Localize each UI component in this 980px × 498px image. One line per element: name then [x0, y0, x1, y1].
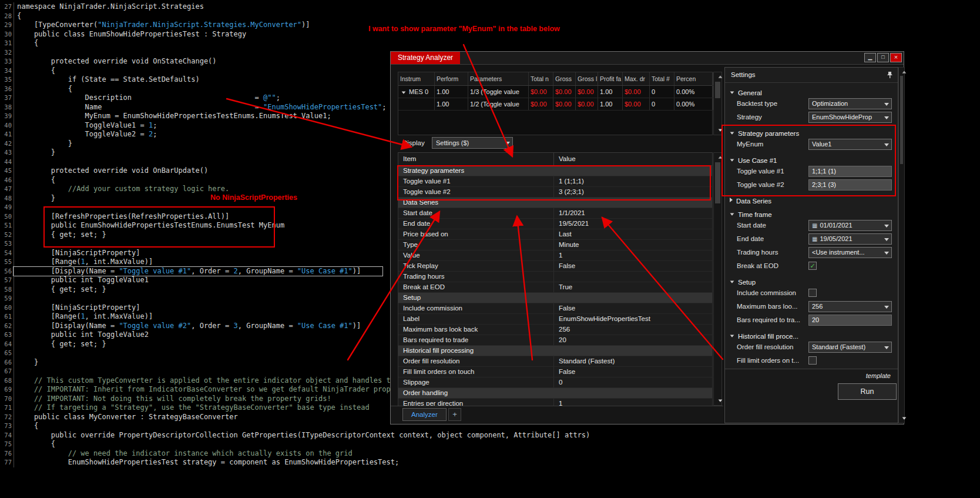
group-label: Strategy parameters	[738, 130, 799, 137]
property-table-scrollbar[interactable]	[713, 152, 722, 406]
code-text: }	[14, 139, 72, 149]
results-scrollbar[interactable]	[713, 72, 722, 135]
property-row[interactable]: Start date1/1/2021	[398, 208, 712, 219]
property-row[interactable]: Value1	[398, 250, 712, 261]
settings-row: Order fill resolutionStandard (Fastest)	[725, 340, 898, 354]
property-row[interactable]: Toggle value #11 (1;1;1)	[398, 176, 712, 187]
chevron-down-icon	[730, 91, 734, 93]
display-row: Display Settings ($)	[398, 136, 713, 149]
results-column-header[interactable]: Perform	[435, 72, 468, 85]
collapse-arrow-icon[interactable]	[402, 91, 406, 93]
property-row[interactable]: Order fill resolutionStandard (Fastest)	[398, 356, 712, 367]
tab-analyzer[interactable]: Analyzer	[402, 408, 447, 421]
line-number: 76	[0, 449, 12, 459]
property-group-row[interactable]: Setup	[398, 293, 712, 303]
property-row[interactable]: Tick ReplayFalse	[398, 261, 712, 272]
pin-icon[interactable]	[887, 71, 893, 79]
setting-label: Include commission	[737, 289, 796, 296]
combo-start-date[interactable]: ▦01/01/2021	[808, 220, 892, 231]
property-row[interactable]: Trading hours	[398, 272, 712, 282]
display-dropdown[interactable]: Settings ($)	[432, 137, 513, 149]
settings-group-use-case-1[interactable]: Use Case #1	[725, 151, 898, 165]
property-row[interactable]: Toggle value #23 (2;3;1)	[398, 187, 712, 198]
property-row[interactable]: TypeMinute	[398, 240, 712, 250]
checkbox-break-at-eod[interactable]: ✓	[808, 262, 817, 270]
property-group-row[interactable]: Strategy parameters	[398, 166, 712, 176]
combo-trading-hours[interactable]: <Use instrument...	[808, 247, 892, 258]
results-cell: $0.00	[576, 86, 598, 98]
scrollbar-thumb[interactable]	[715, 162, 720, 203]
property-row[interactable]: Maximum bars look back256	[398, 325, 712, 335]
code-text: Name = "EnumShowHidePropertiesTest";	[14, 103, 387, 112]
close-button[interactable]: ×	[890, 53, 902, 62]
code-text: namespace NinjaTrader.NinjaScript.Strate…	[14, 2, 204, 12]
input-toggle-value-2[interactable]: 2;3;1 (3)	[808, 179, 892, 190]
combo-strategy[interactable]: EnumShowHideProp	[808, 112, 892, 123]
line-number: 39	[0, 112, 12, 121]
scroll-up-icon	[718, 75, 722, 78]
results-row[interactable]: 1.001/2 (Toggle value$0.00$0.00$0.001.00…	[398, 98, 712, 111]
minimize-button[interactable]: ▁	[864, 53, 876, 62]
code-text: {	[14, 176, 55, 185]
chevron-down-icon	[730, 159, 734, 161]
line-number: 51	[0, 221, 12, 230]
line-number: 65	[0, 349, 12, 358]
property-value: 20	[554, 335, 712, 345]
results-row[interactable]: MES 01.001/3 (Toggle value$0.00$0.00$0.0…	[398, 86, 712, 98]
results-column-header[interactable]: Profit fa	[598, 72, 623, 85]
settings-group-time-frame[interactable]: Time frame	[725, 205, 898, 219]
code-text: // we need the indicator instance which …	[14, 449, 353, 459]
scrollbar-thumb[interactable]	[900, 76, 903, 164]
settings-group-general[interactable]: General	[725, 83, 898, 97]
property-row[interactable]: LabelEnumShowHidePropertiesTest	[398, 314, 712, 325]
property-group-row[interactable]: Data Series	[398, 198, 712, 208]
combo-order-fill-resolution[interactable]: Standard (Fastest)	[808, 342, 892, 353]
line-number: 33	[0, 57, 12, 66]
combo-maximum-bars-loo[interactable]: 256	[808, 301, 892, 312]
settings-group-strategy-parameters[interactable]: Strategy parameters	[725, 124, 898, 138]
property-name: Bars required to trade	[398, 335, 554, 345]
combo-backtest-type[interactable]: Optimization	[808, 98, 892, 109]
checkbox-include-commission[interactable]	[808, 289, 817, 297]
property-row[interactable]: Fill limit orders on touchFalse	[398, 367, 712, 377]
combo-myenum[interactable]: Value1	[808, 139, 892, 150]
code-text: [Display(Name = "Toggle value #1", Order…	[14, 267, 382, 276]
input-toggle-value-1[interactable]: 1;1;1 (1)	[808, 166, 892, 177]
property-row[interactable]: Price based onLast	[398, 229, 712, 240]
property-value	[554, 272, 712, 282]
property-row[interactable]: Include commissionFalse	[398, 303, 712, 314]
results-column-header[interactable]: Gross	[553, 72, 576, 85]
settings-row: Backtest typeOptimization	[725, 97, 898, 111]
checkbox-fill-limit-orders-on-t[interactable]	[808, 356, 817, 365]
value-column-header[interactable]: Value	[554, 153, 576, 165]
combo-end-date[interactable]: ▦19/05/2021	[808, 233, 892, 245]
results-column-header[interactable]: Total n	[529, 72, 553, 85]
property-row[interactable]: End date19/5/2021	[398, 219, 712, 229]
settings-scrollbar[interactable]	[898, 67, 905, 423]
results-column-header[interactable]: Gross l	[576, 72, 598, 85]
results-column-header[interactable]: Instrum	[398, 72, 435, 85]
results-column-header[interactable]: Max. dr	[623, 72, 650, 85]
display-dropdown-value: Settings ($)	[436, 139, 469, 146]
input-bars-required-to-tra[interactable]: 20	[808, 315, 892, 326]
run-button[interactable]: Run	[838, 383, 897, 400]
item-column-header[interactable]: Item	[398, 153, 554, 165]
line-number: 66	[0, 358, 12, 367]
property-group-row[interactable]: Historical fill processing	[398, 346, 712, 356]
property-row[interactable]: Entries per direction1	[398, 399, 712, 406]
results-column-header[interactable]: Total #	[650, 72, 674, 85]
window-titlebar[interactable]: Strategy Analyzer ▁ □ ×	[391, 52, 904, 65]
results-column-header[interactable]: Parameters	[468, 72, 529, 85]
scrollbar-thumb[interactable]	[715, 82, 720, 98]
new-tab-button[interactable]: +	[448, 408, 461, 421]
line-number: 37	[0, 93, 12, 103]
property-row[interactable]: Slippage0	[398, 377, 712, 388]
maximize-button[interactable]: □	[877, 53, 889, 62]
property-row[interactable]: Bars required to trade20	[398, 335, 712, 346]
results-column-header[interactable]: Percen	[674, 72, 713, 85]
settings-group-data-series[interactable]: Data Series	[725, 192, 898, 205]
settings-group-historical-fill-proce[interactable]: Historical fill proce...	[725, 327, 898, 340]
property-group-row[interactable]: Order handling	[398, 388, 712, 399]
property-row[interactable]: Break at EODTrue	[398, 282, 712, 293]
settings-group-setup[interactable]: Setup	[725, 273, 898, 286]
